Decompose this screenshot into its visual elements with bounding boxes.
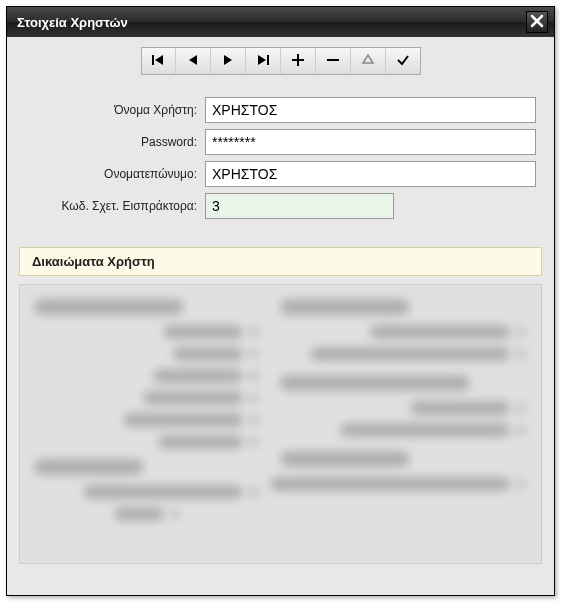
minus-icon bbox=[326, 53, 340, 70]
edit-icon bbox=[361, 53, 375, 70]
fullname-label: Ονοματεπώνυμο: bbox=[25, 167, 205, 181]
record-toolbar bbox=[141, 47, 421, 75]
check-icon bbox=[396, 53, 410, 70]
username-row: Όνομα Χρήστη: bbox=[25, 97, 536, 123]
next-record-button[interactable] bbox=[211, 48, 246, 74]
collector-code-input[interactable] bbox=[205, 193, 394, 219]
svg-rect-8 bbox=[327, 59, 339, 61]
svg-rect-5 bbox=[267, 55, 269, 65]
svg-marker-1 bbox=[155, 55, 163, 65]
collector-code-row: Κωδ. Σχετ. Εισπράκτορα: bbox=[25, 193, 536, 219]
first-record-button[interactable] bbox=[142, 48, 177, 74]
remove-record-button[interactable] bbox=[316, 48, 351, 74]
confirm-button[interactable] bbox=[386, 48, 420, 74]
username-input[interactable] bbox=[205, 97, 536, 123]
fullname-row: Ονοματεπώνυμο: bbox=[25, 161, 536, 187]
next-icon bbox=[221, 53, 235, 70]
svg-marker-9 bbox=[363, 55, 373, 63]
permissions-col-left bbox=[34, 299, 260, 549]
first-icon bbox=[151, 53, 165, 70]
permissions-header: Δικαιώματα Χρήστη bbox=[19, 247, 542, 276]
password-input[interactable] bbox=[205, 129, 536, 155]
plus-icon bbox=[291, 53, 305, 70]
fullname-input[interactable] bbox=[205, 161, 536, 187]
window-title: Στοιχεία Χρηστών bbox=[17, 15, 128, 30]
permissions-panel bbox=[19, 284, 542, 564]
user-details-window: Στοιχεία Χρηστών bbox=[6, 6, 555, 596]
user-form: Όνομα Χρήστη: Password: Ονοματεπώνυμο: Κ… bbox=[17, 93, 544, 241]
username-label: Όνομα Χρήστη: bbox=[25, 103, 205, 117]
permissions-col-right bbox=[270, 299, 527, 549]
password-row: Password: bbox=[25, 129, 536, 155]
titlebar: Στοιχεία Χρηστών bbox=[7, 7, 554, 37]
svg-rect-0 bbox=[152, 55, 154, 65]
prev-icon bbox=[186, 53, 200, 70]
prev-record-button[interactable] bbox=[176, 48, 211, 74]
svg-marker-4 bbox=[258, 55, 266, 65]
window-content: Όνομα Χρήστη: Password: Ονοματεπώνυμο: Κ… bbox=[7, 37, 554, 595]
close-button[interactable] bbox=[526, 11, 548, 33]
svg-marker-2 bbox=[189, 55, 197, 65]
svg-marker-3 bbox=[224, 55, 232, 65]
add-record-button[interactable] bbox=[281, 48, 316, 74]
close-icon bbox=[530, 14, 544, 31]
collector-code-label: Κωδ. Σχετ. Εισπράκτορα: bbox=[25, 199, 205, 213]
permissions-title: Δικαιώματα Χρήστη bbox=[32, 254, 155, 269]
svg-rect-7 bbox=[292, 59, 304, 61]
password-label: Password: bbox=[25, 135, 205, 149]
last-icon bbox=[256, 53, 270, 70]
edit-record-button[interactable] bbox=[351, 48, 386, 74]
last-record-button[interactable] bbox=[246, 48, 281, 74]
